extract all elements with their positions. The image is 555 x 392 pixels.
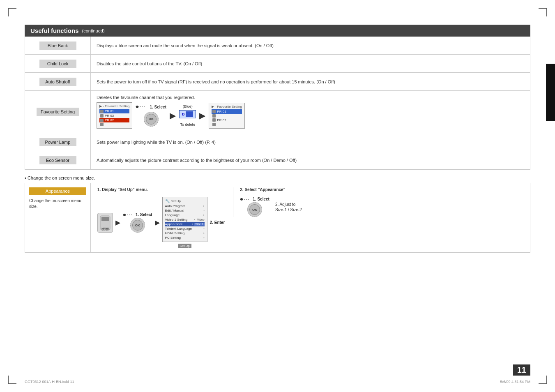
menu-icon bbox=[212, 123, 216, 126]
step2-title: 2. Select "Appearance" bbox=[240, 187, 340, 192]
favourite-label: Favourite Setting bbox=[37, 108, 79, 116]
label-cell-eco-sensor: Eco Sensor bbox=[25, 151, 91, 169]
step2-ok-button: OK bbox=[247, 202, 262, 217]
menu-icon bbox=[100, 114, 104, 118]
setup-menu-item: Auto Program› bbox=[165, 204, 205, 208]
mini-menu-item: PR 02 bbox=[212, 118, 242, 122]
mini-menu-item bbox=[99, 122, 129, 127]
auto-shutoff-description: Sets the power to turn off if no TV sign… bbox=[97, 79, 335, 84]
blue-back-description: Displays a blue screen and mute the soun… bbox=[97, 43, 274, 48]
connector-line bbox=[136, 105, 148, 109]
menu-remote-block: MENU bbox=[97, 213, 113, 233]
table-row: Blue Back Displays a blue screen and mut… bbox=[25, 37, 530, 55]
menu-icon bbox=[100, 123, 104, 126]
svg-rect-3 bbox=[101, 217, 109, 221]
favourite-content: Deletes the favourite channel that you r… bbox=[91, 91, 530, 133]
mini-menu-item: PR 03 bbox=[99, 113, 129, 118]
mini-menu-item bbox=[212, 114, 242, 118]
page: Useful functions (continued) Blue Back D… bbox=[0, 0, 555, 392]
arrow-icon-1: ▶ bbox=[115, 219, 120, 226]
menu-remote: MENU bbox=[97, 213, 113, 233]
appearance-content: 1. Display "Set Up" menu. MENU bbox=[91, 183, 530, 252]
arrow-2: ▶ bbox=[199, 111, 205, 120]
setup-menu-item: PC Setting› bbox=[165, 235, 205, 240]
label-cell-blue-back: Blue Back bbox=[25, 37, 91, 54]
svg-point-1 bbox=[136, 106, 138, 108]
menu-icon bbox=[212, 118, 216, 122]
bottom-note: • Change the on screen menu size. bbox=[25, 175, 530, 180]
arrow-right-icon: ▶ bbox=[170, 111, 176, 120]
step1-select-block: 1. Select OK bbox=[123, 212, 152, 233]
section-title: Useful functions bbox=[30, 27, 79, 34]
setup-menu-item: HDMI Setting› bbox=[165, 231, 205, 235]
auto-shutoff-content: Sets the power to turn off if no TV sign… bbox=[91, 73, 530, 90]
menu-icon bbox=[212, 114, 216, 118]
setup-header-label: Set Up bbox=[171, 199, 181, 203]
blue-rect bbox=[186, 111, 193, 117]
select-step: 1. Select bbox=[136, 105, 166, 109]
child-lock-content: Disables the side control buttons of the… bbox=[91, 55, 530, 72]
eco-sensor-description: Automatically adjusts the picture contra… bbox=[97, 158, 297, 163]
step1-enter-label: 2. Enter bbox=[210, 220, 225, 225]
functions-table: Blue Back Displays a blue screen and mut… bbox=[25, 37, 530, 170]
step1-title: 1. Display "Set Up" menu. bbox=[97, 187, 225, 192]
blue-box: B bbox=[179, 110, 196, 118]
appearance-table: Appearance Change the on-screen menu siz… bbox=[25, 183, 530, 253]
svg-point-6 bbox=[123, 214, 126, 216]
section-title-suffix: (continued) bbox=[82, 28, 105, 33]
right-bar bbox=[546, 64, 555, 121]
auto-shutoff-label: Auto Shutoff bbox=[39, 78, 76, 86]
menu-icon bbox=[100, 110, 104, 113]
table-row: Child Lock Disables the side control but… bbox=[25, 55, 530, 73]
blue-back-content: Displays a blue screen and mute the soun… bbox=[91, 37, 530, 54]
mini-menu-item bbox=[212, 122, 242, 127]
footer: GGT0312-001A-H-EN.indd 11 5/6/09 4:31:54… bbox=[25, 380, 530, 384]
appearance-step2: 2. Select "Appearance" 1. Select bbox=[233, 187, 340, 217]
footer-right: 5/6/09 4:31:54 PM bbox=[500, 380, 530, 384]
corner-mark-br bbox=[539, 376, 547, 384]
power-lamp-description: Sets power lamp lighting while the TV is… bbox=[97, 140, 216, 145]
setup-header: 🔧 Set Up bbox=[165, 199, 205, 203]
corner-mark-tr bbox=[539, 8, 547, 16]
child-lock-label: Child Lock bbox=[39, 60, 76, 68]
table-row: Auto Shutoff Sets the power to turn off … bbox=[25, 73, 530, 91]
table-row: Eco Sensor Automatically adjusts the pic… bbox=[25, 151, 530, 169]
appearance-description: Change the on-screen menu size. bbox=[29, 198, 86, 210]
blue-back-label: Blue Back bbox=[39, 42, 76, 50]
setup-menu-box: 🔧 Set Up Auto Program› Edit / Manual› bbox=[162, 197, 207, 242]
arrow-1: ▶ bbox=[170, 111, 176, 120]
label-cell-power-lamp: Power Lamp bbox=[25, 133, 91, 151]
mini-menu-2: ▶ - Favourite Setting PR 01 bbox=[209, 103, 244, 129]
step1-ok-button: OK bbox=[130, 218, 145, 233]
arrow-icon-2: ▶ bbox=[155, 219, 160, 226]
corner-mark-tl bbox=[8, 8, 16, 16]
connector-svg bbox=[123, 213, 134, 217]
setup-menu-item: Teletext Language› bbox=[165, 226, 205, 231]
setup-menu-item: Edit / Manual› bbox=[165, 208, 205, 213]
setup-box-block: 🔧 Set Up Auto Program› Edit / Manual› bbox=[162, 197, 207, 248]
fav-select-block: 1. Select OK bbox=[136, 105, 166, 127]
select-label: 1. Select bbox=[150, 105, 166, 109]
menu-icon bbox=[100, 119, 104, 122]
arrow-right-icon-2: ▶ bbox=[199, 111, 205, 120]
blue-letter: B bbox=[182, 112, 185, 116]
remote-icon: MENU bbox=[99, 215, 111, 231]
appearance-label: Appearance bbox=[29, 187, 86, 195]
page-number: 11 bbox=[513, 364, 530, 376]
power-lamp-label: Power Lamp bbox=[39, 138, 76, 146]
blue-label: (Blue) bbox=[183, 104, 193, 108]
corner-mark-bl bbox=[8, 376, 16, 384]
svg-text:MENU: MENU bbox=[101, 228, 109, 231]
step1-diagram: MENU ▶ bbox=[97, 197, 225, 248]
step1-ok-label: OK bbox=[132, 220, 143, 231]
step2-ok-label: OK bbox=[249, 204, 260, 215]
mini-menu-2-title: ▶ - Favourite Setting bbox=[212, 105, 242, 108]
setup-menu-item: Video-1 Setting›Video bbox=[165, 217, 205, 222]
mini-menu-item: PR 01 bbox=[99, 109, 129, 113]
step2-adjust-block: 2. Adjust to Size-1 / Size-2 bbox=[275, 202, 302, 212]
step2-adjust-label2: Size-1 / Size-2 bbox=[275, 208, 302, 212]
setup-menu-item: Language› bbox=[165, 213, 205, 217]
mini-menu-item: PR 01 bbox=[212, 109, 242, 114]
mini-menu-item: PR 02 bbox=[99, 118, 129, 122]
power-lamp-content: Sets power lamp lighting while the TV is… bbox=[91, 133, 530, 151]
